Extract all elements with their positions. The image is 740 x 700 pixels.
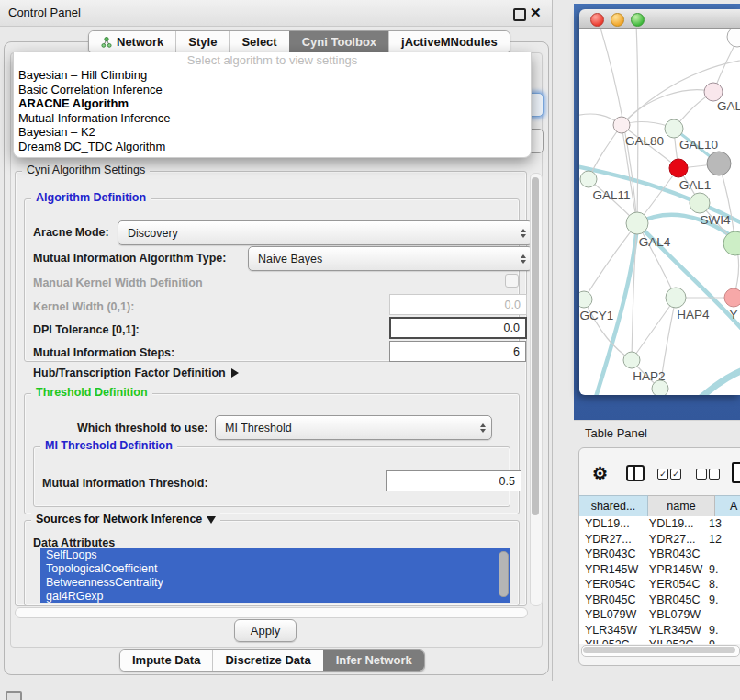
table-cell: YBR043C (579, 547, 643, 562)
table-row[interactable]: YER054CYER054C8. (579, 577, 740, 593)
checked-checkbox-icon[interactable]: ✓ (657, 469, 668, 480)
data-attribute-item[interactable]: BetweennessCentrality (40, 576, 510, 590)
tab-jactivemnodules[interactable]: jActiveMNodules (388, 31, 510, 53)
aracne-mode-combo[interactable]: Discovery (118, 220, 533, 245)
close-traffic-light-icon[interactable] (590, 13, 604, 27)
algorithm-option[interactable]: Basic Correlation Inference (14, 83, 531, 97)
tab-select[interactable]: Select (229, 31, 288, 53)
dpi-tolerance-input[interactable]: 0.0 (389, 317, 527, 339)
network-node-gal11[interactable] (580, 171, 597, 187)
table-row[interactable]: YPR145WYPR145W9. (579, 562, 740, 578)
table-row[interactable]: YIL052CYIL052C9 (579, 638, 740, 644)
table-row[interactable]: YBR043CYBR043C (579, 547, 740, 562)
tab-style[interactable]: Style (175, 31, 229, 53)
which-threshold-combo[interactable]: MI Threshold (215, 415, 492, 440)
float-window-icon[interactable] (513, 8, 526, 21)
tab-impute-data[interactable]: Impute Data (120, 650, 212, 671)
column-header-name[interactable]: name (648, 495, 715, 517)
network-node-gal80[interactable] (613, 117, 630, 133)
network-node-gal10[interactable] (665, 119, 683, 138)
algorithm-option[interactable]: Mutual Information Inference (14, 111, 531, 126)
algorithm-option[interactable]: Dream8 DC_TDC Algorithm (14, 140, 531, 154)
table-row[interactable]: YBL079WYBL079W (579, 607, 740, 623)
checked-checkbox-icon[interactable]: ✓ (670, 469, 681, 480)
mi-steps-value: 6 (513, 345, 520, 358)
minimize-traffic-light-icon[interactable] (611, 13, 624, 27)
network-node-y[interactable] (724, 288, 740, 307)
manual-kernel-checkbox[interactable] (505, 274, 519, 288)
network-node-gal4[interactable] (626, 212, 648, 234)
data-attribute-item[interactable]: gal4RGexp (40, 590, 510, 603)
apply-button-label: Apply (251, 624, 281, 638)
data-attribute-item[interactable]: TopologicalCoefficient (40, 562, 510, 576)
tab-cyni-toolbox[interactable]: Cyni Toolbox (289, 31, 388, 53)
network-node-gal1[interactable] (669, 159, 688, 177)
sources-title[interactable]: Sources for Network Inference (31, 513, 220, 525)
algorithm-options-list: Bayesian – Hill ClimbingBasic Correlatio… (14, 68, 531, 153)
algorithm-option[interactable]: Bayesian – Hill Climbing (14, 68, 531, 83)
table-cell: YBR043C (643, 547, 705, 562)
table-row[interactable]: YDR27...YDR27...12 (579, 532, 740, 548)
table-row[interactable]: YDL19...YDL19...13 (579, 516, 740, 532)
algorithm-definition-title: Algorithm Definition (31, 191, 151, 204)
node-label: GAL11 (592, 188, 630, 202)
algorithm-option[interactable]: ARACNE Algorithm (14, 96, 531, 111)
table-row[interactable]: YLR345WYLR345W9. (579, 623, 740, 638)
apply-button[interactable]: Apply (234, 619, 297, 642)
network-node[interactable] (707, 152, 731, 175)
table-horizontal-scrollbar[interactable] (581, 645, 740, 657)
data-attributes-list[interactable]: SelfLoopsTopologicalCoefficientBetweenne… (40, 548, 510, 603)
network-node-swi4[interactable] (723, 231, 740, 255)
hub-section-toggle[interactable]: Hub/Transcription Factor Definition (33, 367, 239, 379)
mi-threshold-input[interactable]: 0.5 (386, 470, 521, 491)
table-cell: YPR145W (643, 562, 705, 578)
data-attribute-item[interactable]: SelfLoops (40, 548, 510, 562)
algorithm-option[interactable]: Bayesian – K2 (14, 125, 531, 140)
kernel-width-input[interactable]: 0.0 (389, 294, 527, 315)
network-view-window[interactable]: GALGAL80GAL10GAL1GAL11SWI4GAL4GCY1HAP4YH… (579, 9, 740, 395)
collapsed-panel-icon[interactable] (6, 691, 22, 700)
settings-vertical-scrollbar[interactable] (530, 173, 543, 606)
table-cell: YDR27... (643, 532, 705, 548)
zoom-traffic-light-icon[interactable] (631, 13, 645, 27)
network-node-gcy1[interactable] (579, 291, 592, 308)
table-cell: YBR045C (643, 593, 705, 608)
network-node[interactable] (652, 380, 668, 395)
network-window-titlebar[interactable] (579, 9, 740, 29)
column-layout-icon[interactable] (626, 465, 645, 481)
network-node-gal[interactable] (704, 83, 723, 101)
gear-icon[interactable]: ⚙ (592, 463, 608, 484)
algorithm-dropdown-popup: Select algorithm to view settings Bayesi… (13, 52, 532, 158)
mi-steps-input[interactable]: 6 (389, 341, 526, 362)
network-node-hap4[interactable] (666, 288, 686, 308)
network-node-hap2[interactable] (623, 352, 640, 368)
column-header-shared[interactable]: shared... (579, 495, 648, 517)
control-panel-tabbar: Network Style Select Cyni Toolbox jActiv… (88, 30, 510, 54)
settings-scrollbar-thumb[interactable] (532, 177, 539, 515)
control-panel-titlebar: Control Panel ✕ (0, 0, 552, 27)
tab-network[interactable]: Network (89, 31, 175, 53)
mi-type-combo[interactable]: Naive Bayes (248, 246, 533, 271)
table-cell: YIL052C (579, 638, 643, 644)
network-graph: GALGAL80GAL10GAL1GAL11SWI4GAL4GCY1HAP4YH… (579, 29, 740, 395)
attributes-scrollbar-thumb[interactable] (499, 551, 509, 597)
node-table[interactable]: YDL19...YDL19...13YDR27...YDR27...12YBR0… (579, 516, 740, 644)
network-canvas[interactable]: GALGAL80GAL10GAL1GAL11SWI4GAL4GCY1HAP4YH… (579, 29, 740, 395)
network-node[interactable] (727, 29, 740, 47)
table-cell: YLR345W (579, 623, 643, 638)
close-icon[interactable]: ✕ (530, 5, 542, 21)
document-icon[interactable] (732, 462, 740, 483)
data-attributes-label: Data Attributes (33, 536, 115, 549)
table-cell (705, 547, 740, 562)
unchecked-checkbox-icon[interactable] (696, 469, 707, 480)
node-label: GCY1 (580, 309, 614, 322)
table-row[interactable]: YBR045CYBR045C9. (579, 593, 740, 608)
column-header-third[interactable]: A (715, 495, 740, 517)
settings-horizontal-scrollbar[interactable] (15, 607, 528, 618)
tab-infer-network[interactable]: Infer Network (323, 650, 424, 671)
unchecked-checkbox-icon[interactable] (709, 469, 720, 480)
table-scrollbar-thumb[interactable] (583, 647, 735, 653)
network-node[interactable] (690, 193, 710, 213)
table-cell: 13 (705, 516, 740, 532)
tab-discretize-data[interactable]: Discretize Data (212, 650, 322, 671)
